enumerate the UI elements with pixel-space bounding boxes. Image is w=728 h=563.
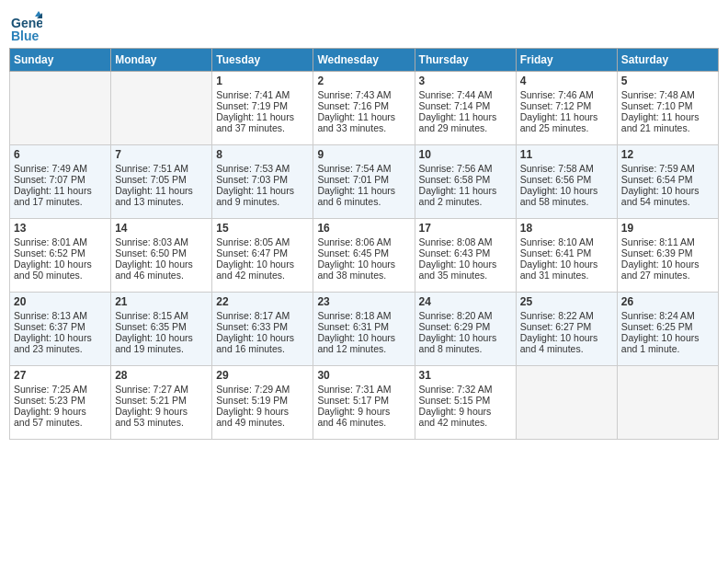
day-info: and 49 minutes. <box>216 417 309 428</box>
day-info: Sunset: 6:45 PM <box>317 247 410 259</box>
day-info: Daylight: 10 hours <box>115 332 208 343</box>
day-info: and 16 minutes. <box>216 343 309 354</box>
day-info: and 6 minutes. <box>317 196 410 207</box>
day-info: and 4 minutes. <box>520 343 613 354</box>
day-number: 10 <box>419 148 512 161</box>
day-info: and 37 minutes. <box>216 122 309 133</box>
day-number: 14 <box>115 222 208 235</box>
day-info: Daylight: 10 hours <box>216 332 309 343</box>
day-header-friday: Friday <box>516 49 617 72</box>
calendar-cell: 14Sunrise: 8:03 AMSunset: 6:50 PMDayligh… <box>111 219 212 293</box>
calendar-cell: 22Sunrise: 8:17 AMSunset: 6:33 PMDayligh… <box>212 293 313 366</box>
calendar-cell: 29Sunrise: 7:29 AMSunset: 5:19 PMDayligh… <box>212 366 313 440</box>
day-number: 17 <box>419 222 512 235</box>
svg-text:Blue: Blue <box>11 29 40 42</box>
calendar-week-5: 27Sunrise: 7:25 AMSunset: 5:23 PMDayligh… <box>10 366 719 440</box>
day-info: Sunrise: 7:32 AM <box>419 384 512 395</box>
calendar-cell: 3Sunrise: 7:44 AMSunset: 7:14 PMDaylight… <box>415 72 516 145</box>
calendar-cell: 2Sunrise: 7:43 AMSunset: 7:16 PMDaylight… <box>313 72 415 145</box>
calendar-table: SundayMondayTuesdayWednesdayThursdayFrid… <box>9 48 719 440</box>
day-info: Daylight: 10 hours <box>216 259 309 270</box>
day-info: Sunrise: 7:59 AM <box>621 163 714 174</box>
day-info: Sunrise: 7:27 AM <box>115 384 208 395</box>
day-info: Daylight: 9 hours <box>317 406 410 417</box>
day-number: 29 <box>216 369 309 382</box>
day-info: and 29 minutes. <box>419 122 512 133</box>
day-info: Sunset: 5:15 PM <box>419 395 512 406</box>
day-info: Daylight: 10 hours <box>621 259 714 270</box>
day-info: Daylight: 11 hours <box>419 185 512 196</box>
calendar-cell: 15Sunrise: 8:05 AMSunset: 6:47 PMDayligh… <box>212 219 313 293</box>
page-header: General Blue <box>9 9 719 42</box>
day-info: Sunrise: 8:08 AM <box>419 236 512 247</box>
day-info: and 12 minutes. <box>317 343 410 354</box>
day-info: Sunset: 6:35 PM <box>115 321 208 332</box>
calendar-cell <box>617 366 718 440</box>
calendar-cell: 10Sunrise: 7:56 AMSunset: 6:58 PMDayligh… <box>415 145 516 219</box>
calendar-cell: 1Sunrise: 7:41 AMSunset: 7:19 PMDaylight… <box>212 72 313 145</box>
day-info: and 33 minutes. <box>317 122 410 133</box>
calendar-cell: 13Sunrise: 8:01 AMSunset: 6:52 PMDayligh… <box>10 219 111 293</box>
day-info: and 42 minutes. <box>216 270 309 281</box>
calendar-cell: 7Sunrise: 7:51 AMSunset: 7:05 PMDaylight… <box>111 145 212 219</box>
calendar-cell: 26Sunrise: 8:24 AMSunset: 6:25 PMDayligh… <box>617 293 718 366</box>
day-info: and 9 minutes. <box>216 196 309 207</box>
day-info: and 42 minutes. <box>419 417 512 428</box>
day-info: Sunset: 6:41 PM <box>520 247 613 259</box>
calendar-cell: 19Sunrise: 8:11 AMSunset: 6:39 PMDayligh… <box>617 219 718 293</box>
day-info: Sunset: 6:54 PM <box>621 174 714 185</box>
day-info: Daylight: 10 hours <box>520 332 613 343</box>
day-info: Daylight: 10 hours <box>14 259 107 270</box>
day-info: Sunrise: 8:11 AM <box>621 236 714 247</box>
day-info: Sunrise: 8:01 AM <box>14 236 107 247</box>
day-header-thursday: Thursday <box>415 49 516 72</box>
calendar-cell: 23Sunrise: 8:18 AMSunset: 6:31 PMDayligh… <box>313 293 415 366</box>
day-info: Sunrise: 8:17 AM <box>216 310 309 321</box>
calendar-cell: 25Sunrise: 8:22 AMSunset: 6:27 PMDayligh… <box>516 293 617 366</box>
day-info: Sunset: 6:56 PM <box>520 174 613 185</box>
day-info: Sunrise: 7:25 AM <box>14 384 107 395</box>
day-info: Sunset: 7:10 PM <box>621 100 714 111</box>
day-info: Sunrise: 8:03 AM <box>115 236 208 247</box>
day-info: Sunrise: 7:43 AM <box>317 89 410 100</box>
calendar-cell: 6Sunrise: 7:49 AMSunset: 7:07 PMDaylight… <box>10 145 111 219</box>
day-number: 18 <box>520 222 613 235</box>
day-info: Daylight: 11 hours <box>317 111 410 122</box>
calendar-cell: 30Sunrise: 7:31 AMSunset: 5:17 PMDayligh… <box>313 366 415 440</box>
day-header-tuesday: Tuesday <box>212 49 313 72</box>
day-info: Sunset: 6:31 PM <box>317 321 410 332</box>
day-info: Sunset: 7:19 PM <box>216 100 309 111</box>
calendar-week-1: 1Sunrise: 7:41 AMSunset: 7:19 PMDaylight… <box>10 72 719 145</box>
day-info: Sunset: 5:23 PM <box>14 395 107 406</box>
day-info: and 38 minutes. <box>317 270 410 281</box>
day-info: and 58 minutes. <box>520 196 613 207</box>
calendar-body: 1Sunrise: 7:41 AMSunset: 7:19 PMDaylight… <box>10 72 719 440</box>
day-info: Daylight: 9 hours <box>14 406 107 417</box>
day-number: 7 <box>115 148 208 161</box>
day-info: and 2 minutes. <box>419 196 512 207</box>
day-info: Sunset: 6:33 PM <box>216 321 309 332</box>
day-number: 19 <box>621 222 714 235</box>
calendar-cell: 5Sunrise: 7:48 AMSunset: 7:10 PMDaylight… <box>617 72 718 145</box>
day-number: 28 <box>115 369 208 382</box>
day-info: and 57 minutes. <box>14 417 107 428</box>
day-info: Daylight: 10 hours <box>621 332 714 343</box>
day-info: Sunrise: 8:18 AM <box>317 310 410 321</box>
day-info: Sunset: 7:07 PM <box>14 174 107 185</box>
day-number: 11 <box>520 148 613 161</box>
day-info: Daylight: 9 hours <box>115 406 208 417</box>
day-info: and 8 minutes. <box>419 343 512 354</box>
calendar-cell: 27Sunrise: 7:25 AMSunset: 5:23 PMDayligh… <box>10 366 111 440</box>
day-info: Sunrise: 8:10 AM <box>520 236 613 247</box>
day-info: Sunrise: 8:06 AM <box>317 236 410 247</box>
calendar-cell: 4Sunrise: 7:46 AMSunset: 7:12 PMDaylight… <box>516 72 617 145</box>
day-info: and 35 minutes. <box>419 270 512 281</box>
day-number: 21 <box>115 295 208 308</box>
day-info: Sunrise: 7:53 AM <box>216 163 309 174</box>
day-info: Daylight: 11 hours <box>621 111 714 122</box>
day-info: Daylight: 11 hours <box>520 111 613 122</box>
day-info: Sunrise: 8:20 AM <box>419 310 512 321</box>
logo-icon: General Blue <box>9 9 42 42</box>
day-number: 6 <box>14 148 107 161</box>
calendar-header-row: SundayMondayTuesdayWednesdayThursdayFrid… <box>10 49 719 72</box>
